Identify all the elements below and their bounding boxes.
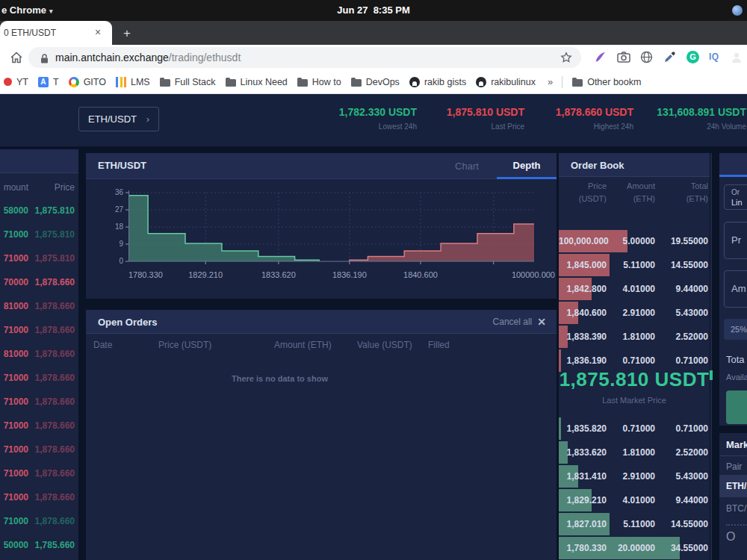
- trade-history-row[interactable]: 810001,878.660: [0, 294, 78, 318]
- translate-icon: [38, 77, 49, 87]
- order-book-bid-row[interactable]: 1,827.0105.1100014.55000: [559, 512, 710, 536]
- order-amount: 1.81000: [607, 447, 655, 458]
- order-book-bid-row[interactable]: 1,831.4102.910005.43000: [559, 464, 710, 488]
- y-axis-label: 9: [99, 240, 123, 248]
- trade-amount: 50000: [0, 540, 28, 550]
- trade-history-row[interactable]: 580001,875.810: [0, 199, 78, 223]
- iq-extension-icon[interactable]: IQ: [709, 51, 719, 63]
- ticker-stats: 1,782.330 USDTLowest 24h1,875.810 USDTLa…: [0, 94, 747, 146]
- buy-sell-tab-bar[interactable]: [719, 153, 747, 177]
- clock[interactable]: Jun 27 8:35 PM: [337, 4, 410, 16]
- order-type-label: Or: [731, 187, 747, 197]
- bookmark-item[interactable]: T: [38, 77, 59, 87]
- percent-25-button[interactable]: 25%: [724, 319, 747, 340]
- trade-history-row[interactable]: 710001,878.660: [0, 438, 78, 461]
- trade-amount: 71000: [0, 396, 28, 407]
- order-price: 1,840.600: [559, 308, 607, 318]
- trade-price: 1,878.660: [28, 444, 75, 455]
- trade-history-row[interactable]: 710001,878.660: [0, 390, 78, 414]
- order-amount: 0.71000: [607, 423, 655, 434]
- bookmark-label: DevOps: [366, 77, 400, 87]
- buy-button[interactable]: [726, 391, 747, 424]
- tab-depth[interactable]: Depth: [497, 153, 557, 179]
- tab-close-icon[interactable]: ×: [91, 26, 105, 40]
- bookmark-star-icon[interactable]: [560, 52, 572, 66]
- open-orders-title: Open Orders: [98, 317, 157, 328]
- github-icon: [409, 77, 420, 87]
- price-input[interactable]: Pr: [724, 222, 747, 259]
- order-book-ask-row[interactable]: 1,842.8004.010009.44000: [559, 277, 710, 301]
- bookmark-item[interactable]: Other bookm: [572, 77, 641, 87]
- trade-history-row[interactable]: 710001,878.660: [0, 366, 78, 390]
- scroll-indicator: [710, 370, 713, 380]
- y-axis-label: 0: [99, 257, 123, 265]
- bookmark-item[interactable]: DevOps: [351, 77, 400, 87]
- trade-history-row[interactable]: 710001,878.660: [0, 414, 78, 438]
- address-bar[interactable]: main.antchain.exchange/trading/ethusdt: [28, 47, 581, 68]
- trade-history-row[interactable]: 700001,878.660: [0, 270, 78, 294]
- order-price: 1,845.000: [559, 260, 607, 270]
- depth-chart[interactable]: 1780.3301829.2101833.6201836.1901840.600…: [86, 179, 557, 299]
- bookmark-item[interactable]: How to: [297, 77, 341, 87]
- x-axis-label: 1840.600: [403, 270, 438, 279]
- eyedropper-extension-icon[interactable]: [663, 51, 676, 66]
- trade-amount: 71000: [0, 229, 28, 240]
- order-book-bid-row[interactable]: 1,835.8200.710000.71000: [559, 417, 710, 441]
- order-book-bid-row[interactable]: 1,833.6201.810002.52000: [559, 441, 710, 464]
- order-type-select[interactable]: Or Lin: [724, 184, 747, 210]
- order-price: 100,000.000: [559, 236, 607, 246]
- panel-splitter: [710, 153, 712, 560]
- trade-history-row[interactable]: 710001,878.660: [0, 461, 78, 485]
- stat-label: Highest 24h: [556, 122, 633, 131]
- cancel-all-button[interactable]: Cancel all ✕: [493, 316, 546, 328]
- trade-price: 1,878.660: [28, 349, 75, 359]
- bookmark-item[interactable]: LMS: [116, 77, 150, 87]
- browser-tab[interactable]: 0 ETH/USDT ×: [0, 21, 112, 45]
- app-menu[interactable]: e Chrome▾: [1, 4, 53, 16]
- globe-extension-icon[interactable]: [640, 51, 653, 66]
- trade-amount: 71000: [0, 516, 28, 526]
- trade-history-row[interactable]: 710001,878.660: [0, 485, 78, 509]
- tab-chart[interactable]: Chart: [437, 153, 497, 179]
- order-book-ask-row[interactable]: 1,838.3901.810002.52000: [559, 325, 710, 349]
- trade-history-row[interactable]: 810001,878.660: [0, 342, 78, 366]
- depth-chart-svg: [128, 190, 534, 264]
- bookmark-item[interactable]: Full Stack: [160, 77, 216, 87]
- trade-history-row[interactable]: 710001,875.810: [0, 246, 78, 270]
- order-price: 1,780.330: [559, 543, 607, 553]
- bookmark-item[interactable]: rakibulinux: [476, 77, 536, 87]
- order-book-bid-row[interactable]: 1,780.33020.0000034.55000: [559, 536, 710, 560]
- order-book-ask-row[interactable]: 1,840.6002.910005.43000: [559, 301, 710, 325]
- open-orders-column-header: Value (USDT): [357, 340, 428, 350]
- tray-icon[interactable]: [732, 5, 743, 16]
- trade-history-row[interactable]: 710001,878.660: [0, 318, 78, 342]
- folder-icon: [160, 79, 170, 87]
- bookmark-item[interactable]: rakib gists: [409, 77, 466, 87]
- market-pair-row[interactable]: BTC/: [719, 497, 747, 520]
- order-book-title: Order Book: [571, 160, 624, 171]
- bookmark-item[interactable]: GITO: [69, 77, 106, 87]
- folder-icon: [351, 79, 362, 87]
- home-icon[interactable]: [9, 50, 24, 68]
- market-pair-row[interactable]: ETH/: [719, 475, 747, 497]
- trade-history-row[interactable]: 710001,878.660: [0, 509, 78, 533]
- order-book-columns: Price(USDT)Amount(ETH)Total(ETH): [559, 180, 710, 205]
- trade-history-row[interactable]: 710001,875.810: [0, 223, 78, 246]
- bookmark-item[interactable]: Linux Need: [226, 77, 288, 87]
- order-book-bid-row[interactable]: 1,829.2104.010009.44000: [559, 488, 710, 512]
- bookmarks-overflow-icon[interactable]: »: [548, 76, 553, 87]
- new-tab-button[interactable]: +: [118, 25, 136, 43]
- lock-icon[interactable]: [40, 53, 49, 66]
- order-price: 1,842.800: [559, 284, 607, 294]
- order-book-ask-row[interactable]: 1,845.0005.1100014.55000: [559, 253, 710, 277]
- grammarly-icon[interactable]: G: [686, 51, 699, 63]
- open-orders-header: Open Orders Cancel all ✕: [86, 310, 557, 334]
- amount-input[interactable]: Am: [724, 270, 747, 308]
- feather-extension-icon[interactable]: [594, 51, 607, 66]
- app-menu-label: e Chrome: [1, 4, 46, 16]
- trade-history-row[interactable]: 500001,785.660: [0, 533, 78, 557]
- bookmark-item[interactable]: YT: [10, 77, 28, 87]
- camera-extension-icon[interactable]: [617, 51, 630, 66]
- order-book-ask-row[interactable]: 100,000.0005.0000019.55000: [559, 229, 710, 253]
- trade-price: 1,878.660: [28, 396, 75, 407]
